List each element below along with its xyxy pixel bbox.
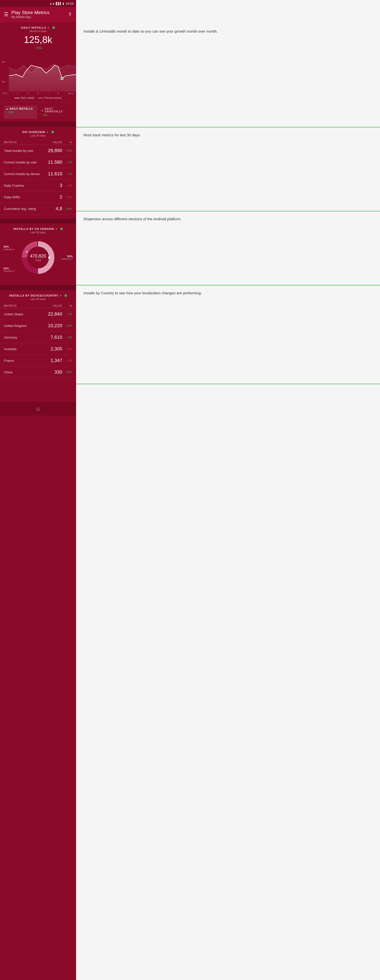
legend-solid-line <box>14 98 19 98</box>
divider-3 <box>0 285 76 290</box>
tab-du-chevron: ▲ <box>41 109 44 111</box>
kpi-value-2: 11.610 <box>43 171 62 177</box>
donut-pct-android51: 25% <box>3 267 15 270</box>
battery-icon: ▮ <box>62 2 64 5</box>
chart-y-200: 200 <box>2 81 9 83</box>
kpi-overview-section: KPI OVERVIEW ▾ Last 30 days METRICS VALU… <box>0 127 76 218</box>
daily-installs-section: DAILY INSTALLS ▾ Month to Date 125,8k ↑ … <box>0 22 76 122</box>
kpi-metric-4: Daily ANRs <box>4 195 43 199</box>
right-spacer-header <box>76 7 380 24</box>
country-period: Last 30 days <box>0 298 76 301</box>
kpi-title: KPI OVERVIEW <box>22 130 45 134</box>
country-pct-4: ↓ 4% <box>62 359 72 362</box>
kpi-chevron[interactable]: ▾ <box>47 131 48 134</box>
tab-daily-installs[interactable]: ▲ DAILY INSTALLS ↑ 25% <box>4 105 37 119</box>
os-period: Last 30 days <box>0 231 76 234</box>
chart-y-400: 400 <box>2 61 9 63</box>
annotation-4-content: Installs by Country to see how your loca… <box>83 290 373 296</box>
chart-label-dec3: Dec 3 <box>2 92 8 95</box>
donut-center: 470,820 Total <box>30 254 46 262</box>
donut-total-value: 470,820 <box>30 254 46 259</box>
annotation-1-content: Installs & Uninstalls month to date so y… <box>83 29 373 34</box>
country-row-5: China 330 ↑ 88% <box>0 366 76 378</box>
kpi-table-header: METRICS VALUE % <box>0 140 76 145</box>
kpi-header: KPI OVERVIEW ▾ <box>0 130 76 134</box>
kpi-row-5: Cumulative avg. rating 4,8 ↑ 35% <box>0 203 76 215</box>
menu-icon[interactable]: ☰ <box>4 11 8 17</box>
tab-daily-installs-change: ↑ 25% <box>6 111 35 114</box>
kpi-pct-4: ↓ 22% <box>62 196 72 199</box>
kpi-row-4: Daily ANRs 2 ↓ 22% <box>0 191 76 203</box>
section-indicator-dot <box>51 131 54 133</box>
country-title: INSTALLS BY DEVICE/COUNTRY <box>9 294 58 297</box>
donut-pct-android61: 50% <box>61 255 73 258</box>
bottom-spacer <box>0 382 76 402</box>
home-icon[interactable]: ⌂ <box>36 405 40 412</box>
donut-os-android61: Android 6.1 <box>61 258 73 260</box>
bottom-nav: ⌂ <box>0 402 76 415</box>
donut-os-android51: Android 5.1 <box>3 270 15 272</box>
kpi-row-3: Daily Crashes 3 ↓ 2% <box>0 180 76 191</box>
annotation-3-text: Dispersion across different versions of … <box>83 216 373 222</box>
annotation-block-2: Must track metrics for last 30 days. <box>76 127 380 212</box>
tab-daily-uninstalls[interactable]: ▲ DAILY UNINSTALLS ↑ 2% <box>39 105 72 119</box>
legend-previous-period: Previous period <box>38 97 61 99</box>
country-row-1: United Kingdom 10,220 ↑ 22% <box>0 320 76 332</box>
kpi-metric-2: Current installs by device <box>4 172 43 176</box>
chart-label-4: 4 <box>17 92 18 95</box>
country-chevron[interactable]: ▾ <box>60 294 61 297</box>
chart-label-dec9: Dec 9 <box>68 92 73 95</box>
country-table-header: METRICS VALUE % <box>0 304 76 309</box>
kpi-table: METRICS VALUE % Totall installs by user … <box>0 140 76 215</box>
country-row-4: France 1,347 ↓ 4% <box>0 355 76 366</box>
annotation-block-3: Dispersion across different versions of … <box>76 212 380 285</box>
kpi-pct-1: ↑ 8% <box>62 161 72 164</box>
kpi-header-metrics: METRICS <box>4 141 43 144</box>
status-bar: ▲▲ ▌▌▌ ▮ 16:54 <box>0 0 76 7</box>
legend-dashed-line <box>38 98 43 98</box>
annotation-3-content: Dispersion across different versions of … <box>83 216 373 222</box>
kpi-value-3: 3 <box>43 183 62 188</box>
kpi-value-4: 2 <box>43 194 62 200</box>
donut-pct-android41: 24% <box>3 245 15 248</box>
os-version-section: INSTALLS BY OS VERSION ▾ Last 30 days 24… <box>0 223 76 285</box>
right-panel: Installs & Uninstalls month to date so y… <box>76 0 380 980</box>
chart-label-5: 5 <box>27 92 29 95</box>
kpi-pct-0: ↑ 15% <box>62 149 72 152</box>
country-pct-5: ↑ 88% <box>62 371 72 374</box>
donut-os-android41: Android 4.1 <box>3 248 15 251</box>
kpi-row-2: Current installs by device 11.610 ↑ 3% <box>0 168 76 180</box>
metric-tabs: ▲ DAILY INSTALLS ↑ 25% ▲ DAILY UNINSTALL… <box>0 102 76 122</box>
wifi-icon: ▲▲ <box>49 2 55 5</box>
kpi-metric-0: Totall installs by user <box>4 149 43 153</box>
annotation-block-1: Installs & Uninstalls month to date so y… <box>76 24 380 127</box>
kpi-header-pct: % <box>62 141 72 144</box>
status-icons: ▲▲ ▌▌▌ ▮ <box>49 2 64 5</box>
country-pct-2: ↑ 8% <box>62 336 72 339</box>
kpi-pct-5: ↑ 35% <box>62 207 72 210</box>
os-chevron[interactable]: ▾ <box>56 228 57 231</box>
tab-daily-installs-title: ▲ DAILY INSTALLS <box>6 107 35 110</box>
country-table: METRICS VALUE % United States 22,840 ↑ 5… <box>0 304 76 378</box>
kpi-pct-3: ↓ 2% <box>62 184 72 187</box>
daily-installs-title-row: DAILY INSTALLS ▾ <box>0 26 76 29</box>
app-subtitle: My Mobile App <box>11 15 49 19</box>
donut-label-android41: 24% Android 4.1 <box>3 245 15 251</box>
daily-installs-chevron[interactable]: ▾ <box>48 26 49 29</box>
country-section: INSTALLS BY DEVICE/COUNTRY ▾ Last 30 day… <box>0 290 76 382</box>
country-metric-1: United Kingdom <box>4 324 43 328</box>
country-metric-5: China <box>4 371 43 374</box>
country-value-0: 22,840 <box>43 311 62 317</box>
kpi-row-0: Totall installs by user 29,890 ↑ 15% <box>0 145 76 156</box>
divider-2 <box>0 218 76 223</box>
daily-installs-chart: 400 200 <box>0 52 76 92</box>
share-icon[interactable]: ⇧ <box>68 11 72 17</box>
country-pct-1: ↑ 22% <box>62 324 72 327</box>
right-spacer-statusbar <box>76 0 380 7</box>
daily-installs-change: ↑ 25% <box>0 46 76 50</box>
country-value-3: 2,305 <box>43 346 62 352</box>
country-value-1: 10,220 <box>43 323 62 328</box>
daily-installs-title: DAILY INSTALLS <box>21 26 46 29</box>
country-value-5: 330 <box>43 369 62 375</box>
annotation-block-4: Installs by Country to see how your loca… <box>76 285 380 384</box>
